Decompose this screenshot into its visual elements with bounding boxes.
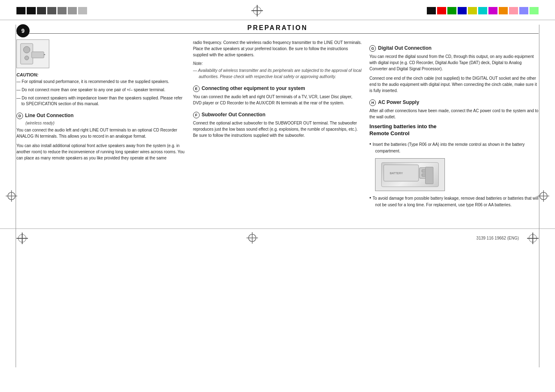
inserting-batteries-title: Inserting batteries into the Remote Cont…: [369, 123, 539, 137]
battery-bullet-1: Insert the batteries (Type R06 or AA) in…: [369, 141, 539, 154]
line-out-heading: Line Out Connection: [25, 113, 74, 118]
page-title: PREPARATION: [247, 24, 308, 31]
color-block-4: [47, 7, 56, 14]
mid-body-continued: radio frequency. Connect the wireless ra…: [193, 39, 362, 58]
digital-out-header: G Digital Out Connection: [369, 45, 539, 52]
ac-power-body: After all other connections have been ma…: [369, 108, 539, 120]
top-bar-left: [16, 7, 87, 14]
color-block-r5: [468, 7, 477, 14]
caution-list: For optimal sound performance, it is rec…: [16, 79, 186, 107]
bottom-crosshair-right: [527, 233, 539, 244]
color-blocks-left: [16, 7, 87, 14]
color-block-r9: [509, 7, 518, 14]
color-block-r10: [519, 7, 528, 14]
caution-item-1: For optimal sound performance, it is rec…: [16, 79, 186, 85]
line-out-subheading: (wireless ready): [25, 121, 186, 125]
section-f-circle: F: [193, 112, 200, 118]
color-block-1: [16, 7, 25, 14]
svg-rect-8: [422, 170, 426, 172]
color-block-r6: [478, 7, 487, 14]
color-block-r1: [427, 7, 436, 14]
middle-column: radio frequency. Connect the wireless ra…: [193, 39, 362, 212]
line-out-section-header: D Line Out Connection: [16, 113, 186, 119]
bottom-crosshair-left: [16, 233, 28, 244]
battery-svg: BATTERY: [382, 163, 431, 183]
bottom-center-crosshair: [246, 232, 258, 244]
svg-rect-3: [32, 52, 44, 58]
bottom-center-crosshair-svg: [246, 232, 258, 244]
color-block-6: [68, 7, 77, 14]
left-margin-crosshair: [6, 190, 17, 202]
color-block-r7: [488, 7, 497, 14]
left-column: CAUTION: For optimal sound performance, …: [16, 39, 186, 212]
batteries-bullet-list: Insert the batteries (Type R06 or AA) in…: [369, 141, 539, 154]
footer-code: 3139 116 19662 (ENG): [477, 236, 519, 240]
caution-item-3: Do not connect speakers with impedance l…: [16, 95, 186, 107]
color-block-2: [27, 7, 36, 14]
caution-label: CAUTION:: [16, 72, 186, 77]
battery-bullet-2: To avoid damage from possible battery le…: [369, 194, 539, 208]
connecting-other-heading: Connecting other equipment to your syste…: [202, 85, 305, 91]
color-block-3: [37, 7, 46, 14]
color-blocks-right: [427, 7, 539, 14]
speaker-svg-1: [18, 42, 47, 66]
page-wrapper: 9 PREPARATION: [0, 0, 555, 392]
page-header: 9 PREPARATION: [16, 24, 539, 34]
line-out-body1: You can connect the audio left and right…: [16, 127, 186, 139]
batteries-bullet-list-2: To avoid damage from possible battery le…: [369, 194, 539, 208]
remote-control-image: BATTERY: [375, 158, 445, 191]
color-block-r11: [530, 7, 539, 14]
caution-item-2: Do not connect more than one speaker to …: [16, 87, 186, 93]
right-crosshair-svg: [538, 190, 549, 202]
color-block-7: [78, 7, 87, 14]
bottom-crosshair-circle-left: [18, 234, 26, 242]
section-e-circle: E: [193, 85, 200, 92]
ac-power-heading: AC Power Supply: [378, 99, 419, 105]
subwoofer-out-body: Connect the optional active subwoofer to…: [193, 120, 362, 138]
color-block-5: [58, 7, 67, 14]
crosshair-circle: [253, 7, 261, 15]
remote-visual: BATTERY: [381, 162, 439, 187]
color-block-r8: [499, 7, 508, 14]
subwoofer-out-heading: Subwoofer Out Connection: [202, 112, 265, 118]
page-title-container: PREPARATION: [16, 24, 539, 34]
right-column: G Digital Out Connection You can record …: [369, 39, 539, 212]
svg-text:BATTERY: BATTERY: [390, 172, 403, 175]
top-crosshair-center: [251, 5, 263, 16]
color-block-r3: [447, 7, 456, 14]
section-d-circle: D: [16, 113, 23, 119]
bottom-bar: 3139 116 19662 (ENG): [0, 228, 555, 248]
section-g-circle: G: [369, 45, 376, 52]
svg-rect-6: [419, 168, 428, 178]
digital-out-body2: Connect one end of the cinch cable (not …: [369, 75, 539, 94]
speaker-images: [16, 39, 186, 68]
note-label: Note:: [193, 61, 362, 66]
page-number: 9: [16, 24, 30, 37]
bottom-right-area: 3139 116 19662 (ENG): [477, 233, 539, 244]
speaker-image-1: [16, 39, 49, 68]
connecting-other-header: E Connecting other equipment to your sys…: [193, 85, 362, 92]
digital-out-body1: You can record the digital sound from th…: [369, 53, 539, 72]
left-crosshair-svg: [6, 190, 17, 202]
top-bar: [0, 0, 555, 20]
svg-rect-9: [422, 174, 426, 176]
color-block-r4: [458, 7, 467, 14]
three-column-layout: CAUTION: For optimal sound performance, …: [16, 39, 539, 212]
right-margin-crosshair: [538, 190, 549, 202]
digital-out-heading: Digital Out Connection: [378, 45, 431, 51]
color-block-r2: [437, 7, 446, 14]
top-crosshair: [251, 5, 263, 16]
note-item-1: Availability of wireless transmitter and…: [193, 67, 362, 80]
connecting-other-body: You can connect the audio left and right…: [193, 94, 362, 106]
ac-power-header: H AC Power Supply: [369, 99, 539, 106]
section-h-circle: H: [369, 99, 376, 106]
bottom-crosshair-circle-right: [529, 234, 537, 242]
line-out-body2: You can also install additional optional…: [16, 143, 186, 161]
main-content: 9 PREPARATION: [0, 20, 555, 220]
note-list: Availability of wireless transmitter and…: [193, 67, 362, 80]
subwoofer-out-header: F Subwoofer Out Connection: [193, 112, 362, 118]
svg-point-2: [25, 56, 29, 60]
svg-point-1: [23, 46, 30, 53]
